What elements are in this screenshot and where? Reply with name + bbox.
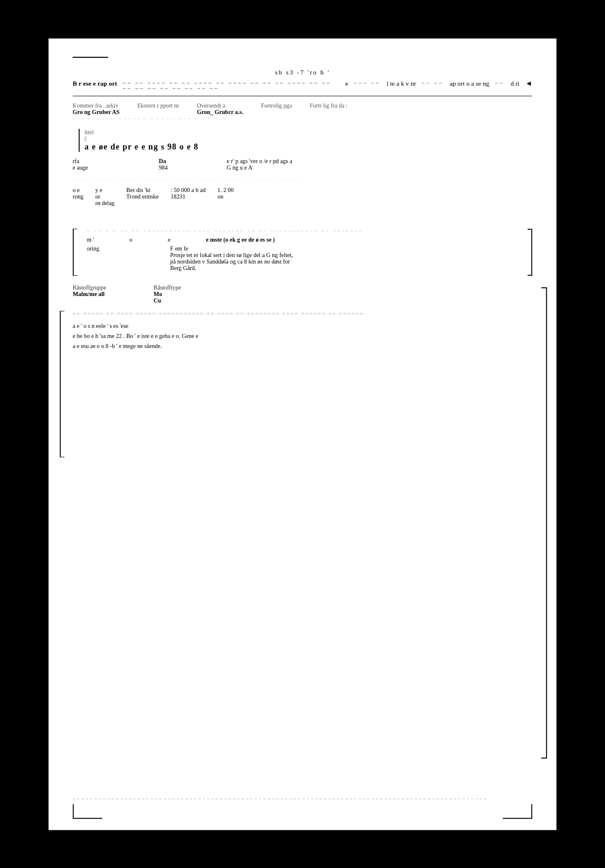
kommer-fra-value: Gro ng Gruber AS [73,109,119,115]
header-row: B r ese e rap ort ᵐᵐ ᵐᵐ ᵐᵐᵐᵐ ᵐᵐ ᵐᵐ ᵐᵐᵐᵐ … [73,79,532,96]
rfa-row: rfa e auge Da 984 e r' p ags 'ver o /e r… [73,158,532,171]
header-field-lte: l te a k v nr [386,80,416,87]
ber-col: Ber dis 'kt Trond eimske [126,187,159,206]
rawmat-gruppe-value: Malm/me all [73,291,106,297]
left-side-bracket [60,311,64,457]
gng-label: G ng u e A [227,164,292,171]
rawmat-type-cu: Cu [154,297,181,304]
header-field-e: e [346,80,349,87]
beks-body-row: oring F em fe Prosje tet er lokal sert i… [87,245,518,271]
kommer-fra-cell: Kommer fra ..arkiv Gro ng Gruber AS [73,102,119,115]
top-line-decoration [73,57,108,58]
ber-dis-val: Ber dis 'kt [126,187,159,193]
rawmat-section: Råstoffgruppe Malm/me all Råstofftype Mo… [73,284,532,304]
fortrolig-label: Fortrolig pga [261,102,292,109]
bottom-text-section: a e ' o s n eele ' s es 'ese e be bo e h… [73,321,532,351]
o-e-col: o e rong [73,187,83,206]
side-bracket-right [528,229,532,276]
outer-right-bracket [541,287,547,759]
document-page: sb s3 -7 'ro h ' B r ese e rap ort ᵐᵐ ᵐᵐ… [48,38,557,830]
header-subtitle: sb s3 -7 'ro h ' [73,69,532,76]
header-noise: ᵐᵐ ᵐᵐ ᵐᵐᵐᵐ ᵐᵐ ᵐᵐ ᵐᵐᵐᵐ ᵐᵐ ᵐᵐᵐᵐ ᵐᵐ ᵐᵐ ᵐᵐ ᵐ… [123,82,339,92]
header-field-ap: ap ort o a se ng [450,80,489,87]
rawmat-gruppe: Råstoffgruppe Malm/me all [73,284,106,304]
header-main-label: B r ese e rap ort [73,80,117,87]
address-row: o e rong y e or rø delag Ber dis 'kt Tro… [73,187,532,206]
rfa-label: rfa [73,158,88,164]
beks-header-row: m ' o e e mste (o ek g ee de ø es se ) [87,236,518,243]
beks-main-text: F em fe Prosje tet er lokal sert i den s… [170,245,293,271]
side-bracket-left [73,229,77,276]
ekstern-cell: Ekstern r pport nr [137,102,179,115]
tittel-main: a e øe de pr e e ng s 98 o e 8 [84,142,532,152]
divider-line-1: ' ' '' ' '''' ' ' '' '' ''' '''' '' '' '… [73,118,532,123]
fifty-col: : 50 000 a b ad 18231 [171,187,206,206]
oring-label: oring [87,245,99,271]
o-e-val: o e [73,187,83,193]
o-label: o [129,236,132,243]
bottom-wave-line: ᵂᵂ ᵂᵂᵂᵂᵂ ᵂᵂ ᵂᵂᵂᵂ ᵂᵂᵂᵂᵂ ᵂᵂᵂᵂᵂᵂᵂᵂᵂᵂᵂ ᵂᵂ ᵂᵂ… [73,312,532,317]
fortrolig-cell: Fortrolig pga [261,102,292,115]
fifty-val: : 50 000 a b ad [171,187,206,193]
prosje-line: Prosje tet er lokal sert i den sø lige d… [170,252,293,258]
e-label: e [168,236,170,243]
rawmat-gruppe-label: Råstoffgruppe [73,284,106,291]
ekstern-label: Ekstern r pport nr [137,102,179,109]
header-field-dri: d ri [510,80,519,87]
er-col: e r' p ags 'ver o /e r pd ags a G ng u e… [227,158,292,171]
bottom-line-3: a e esu ae e o 8 -b ' e mege ne sående. [73,341,532,351]
beskrivelse-content: ~ ~~ ~ ~ ~~ ~~ ~~~~~~~~~~~ ~~~~ ~~~~~~~ … [87,229,518,276]
bottom-corner-right [503,804,532,819]
oversendt-value: Gron_ Grubcr a.s. [197,109,243,115]
kommer-fra-label: Kommer fra ..arkiv [73,102,119,109]
scale-col: 1. 2 00 on [217,187,234,206]
rfa-col: rfa e auge [73,158,88,171]
oversendt-cell: Oversendt a Gron_ Grubcr a.s. [197,102,243,115]
rong-val: rong [73,193,83,200]
trond-val: Trond eimske [126,193,159,200]
bottom-left-bracket-area: ~~~~~~~~~~~~~~~~~~~~~~~~~~~~~~~~~~~~~~~~… [73,797,486,819]
beks-wave: ~ ~~ ~ ~ ~~ ~~ ~~~~~~~~~~~ ~~~~ ~~~~~~~ … [87,229,518,234]
emste-val: e mste (o ek g ee de ø es se ) [206,236,275,243]
year-value: 984 [159,164,168,171]
on-val: on [217,193,234,200]
beskrivelse-section: ~ ~~ ~ ~ ~~ ~~ ~~~~~~~~~~~ ~~~~ ~~~~~~~ … [73,229,532,276]
oversendt-label: Oversendt a [197,102,243,109]
bottom-right-bracket-area [503,797,532,819]
da-col: Da 984 [159,158,168,171]
fortrolig-fra-label: Fortr lig fra da : [310,102,347,109]
e-auge: e auge [73,164,88,171]
scale-val: 1. 2 00 [217,187,234,193]
tittel-prefix: ittel [84,129,532,135]
y-e-col: y e or rø delag [95,187,115,206]
bottom-line-1: a e ' o s n eele ' s es 'ese [73,321,532,331]
da-label: Da [159,158,168,164]
berg-line: Berg Gård. [170,265,293,271]
rawmat-type-label: Råstofftype [154,284,181,291]
bottom-line-2: e be bo e h 'sa me 22 . Bo ' e iste e e … [73,331,532,341]
or-val: or [95,193,115,200]
page-bottom-decorations: ~~~~~~~~~~~~~~~~~~~~~~~~~~~~~~~~~~~~~~~~… [73,797,532,819]
er-label: e r' p ags 'ver o /e r pd ags a [227,158,292,164]
metadata-row: Kommer fra ..arkiv Gro ng Gruber AS Ekst… [73,102,532,115]
y-e-val: y e [95,187,115,193]
rawmat-type: Råstofftype Mo Cu [154,284,181,304]
tittel-marker: || [84,135,532,141]
bottom-bottom-wave: ~~~~~~~~~~~~~~~~~~~~~~~~~~~~~~~~~~~~~~~~… [73,797,486,802]
m-label: m ' [87,236,94,243]
fortrolig-fra-cell: Fortr lig fra da : [310,102,347,115]
fem-fe-line: F em fe [170,245,293,252]
rawmat-type-mo: Mo [154,291,181,297]
pa-nord-line: på nordsiden v Sanddøla og ca 8 km øs no… [170,258,293,265]
divider-line-2: · · · · · · · · · · · · · · · · · · · · … [73,177,532,182]
ro-delag: rø delag [95,200,115,206]
bottom-corner-left [73,804,102,819]
title-section: ittel || a e øe de pr e e ng s 98 o e 8 [79,129,532,152]
eighteen-val: 18231 [171,193,206,200]
